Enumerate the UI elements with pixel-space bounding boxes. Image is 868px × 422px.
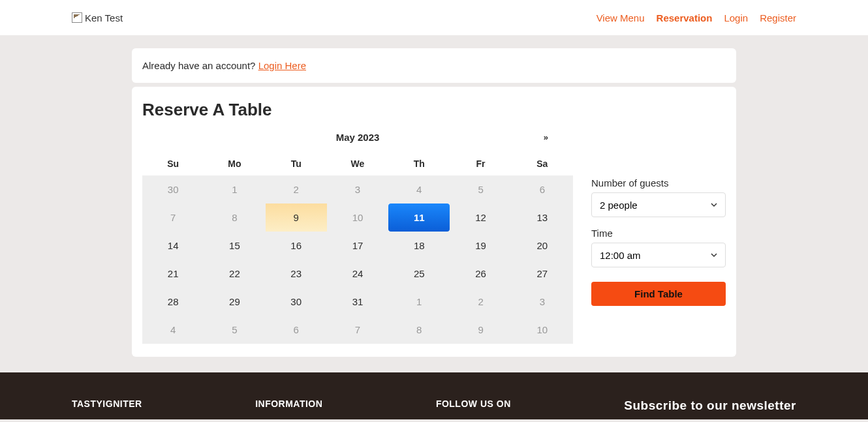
reserve-card: Reserve A Table May 2023 » SuMoTuWeThFrS…: [132, 87, 736, 357]
calendar-dow: We: [327, 152, 388, 175]
calendar-day[interactable]: 23: [266, 260, 327, 288]
calendar-day[interactable]: 1: [388, 288, 450, 316]
calendar-day[interactable]: 9: [266, 203, 327, 232]
calendar-day[interactable]: 4: [388, 175, 450, 203]
login-prompt-bar: Already have an account? Login Here: [132, 48, 736, 83]
calendar-day[interactable]: 20: [512, 232, 573, 260]
calendar-dow: Tu: [266, 152, 327, 175]
calendar-day[interactable]: 2: [266, 175, 327, 203]
guests-select[interactable]: 2 people: [591, 192, 726, 217]
calendar-day[interactable]: 4: [142, 316, 204, 344]
calendar-day[interactable]: 30: [142, 175, 204, 203]
login-prompt-text: Already have an account?: [142, 60, 258, 71]
logo-icon: [72, 12, 82, 23]
header: Ken Test View Menu Reservation Login Reg…: [0, 0, 868, 35]
nav-register[interactable]: Register: [760, 12, 796, 23]
calendar-day[interactable]: 10: [327, 203, 388, 232]
calendar-day[interactable]: 6: [512, 175, 573, 203]
calendar-day[interactable]: 31: [327, 288, 388, 316]
calendar-day[interactable]: 13: [512, 203, 573, 232]
calendar-day[interactable]: 30: [266, 288, 327, 316]
find-table-button[interactable]: Find Table: [591, 282, 726, 306]
calendar-dow: Mo: [204, 152, 265, 175]
calendar-day[interactable]: 2: [450, 288, 511, 316]
calendar-day[interactable]: 3: [512, 288, 573, 316]
calendar-day[interactable]: 22: [204, 260, 265, 288]
calendar-day[interactable]: 14: [142, 232, 204, 260]
calendar-day[interactable]: 26: [450, 260, 511, 288]
calendar-day[interactable]: 27: [512, 260, 573, 288]
calendar-dow: Fr: [450, 152, 511, 175]
calendar-day[interactable]: 6: [266, 316, 327, 344]
calendar-day[interactable]: 10: [512, 316, 573, 344]
calendar-day[interactable]: 8: [204, 203, 265, 232]
calendar-day[interactable]: 18: [388, 232, 450, 260]
page-title: Reserve A Table: [142, 100, 726, 120]
calendar-dow: Th: [388, 152, 450, 175]
calendar-day[interactable]: 29: [204, 288, 265, 316]
calendar-day[interactable]: 9: [450, 316, 511, 344]
calendar-day[interactable]: 17: [327, 232, 388, 260]
calendar-next-button[interactable]: »: [544, 132, 547, 142]
calendar-day[interactable]: 5: [204, 316, 265, 344]
nav-reservation[interactable]: Reservation: [657, 12, 713, 23]
footer-col-subscribe: Subscribe to our newsletter: [624, 399, 796, 413]
login-here-link[interactable]: Login Here: [258, 60, 306, 71]
calendar-day[interactable]: 28: [142, 288, 204, 316]
calendar-dow: Su: [142, 152, 204, 175]
time-select[interactable]: 12:00 am: [591, 243, 726, 267]
footer-col-information: INFORMATION: [255, 399, 322, 409]
nav-login[interactable]: Login: [724, 12, 748, 23]
calendar-dow: Sa: [512, 152, 573, 175]
time-label: Time: [591, 228, 726, 239]
calendar-day[interactable]: 11: [388, 203, 450, 232]
calendar-day[interactable]: 7: [327, 316, 388, 344]
calendar-day[interactable]: 3: [327, 175, 388, 203]
calendar-day[interactable]: 8: [388, 316, 450, 344]
logo[interactable]: Ken Test: [72, 12, 123, 23]
calendar: May 2023 » SuMoTuWeThFrSa 30123456789101…: [142, 132, 573, 344]
calendar-day[interactable]: 24: [327, 260, 388, 288]
reservation-form: Number of guests 2 people Time 12:00 am: [591, 132, 726, 344]
calendar-day[interactable]: 16: [266, 232, 327, 260]
calendar-day[interactable]: 19: [450, 232, 511, 260]
footer: TASTYIGNITER INFORMATION FOLLOW US ON Su…: [0, 372, 868, 419]
calendar-day[interactable]: 1: [204, 175, 265, 203]
footer-col-follow: FOLLOW US ON: [436, 399, 511, 409]
calendar-month-title: May 2023: [336, 132, 380, 143]
calendar-day[interactable]: 21: [142, 260, 204, 288]
footer-col-tastyigniter: TASTYIGNITER: [72, 399, 142, 409]
calendar-day[interactable]: 15: [204, 232, 265, 260]
calendar-day[interactable]: 25: [388, 260, 450, 288]
logo-text: Ken Test: [85, 12, 123, 23]
guests-label: Number of guests: [591, 177, 726, 188]
calendar-day[interactable]: 5: [450, 175, 511, 203]
calendar-day[interactable]: 7: [142, 203, 204, 232]
nav-view-menu[interactable]: View Menu: [597, 12, 645, 23]
calendar-day[interactable]: 12: [450, 203, 511, 232]
nav: View Menu Reservation Login Register: [597, 12, 796, 23]
